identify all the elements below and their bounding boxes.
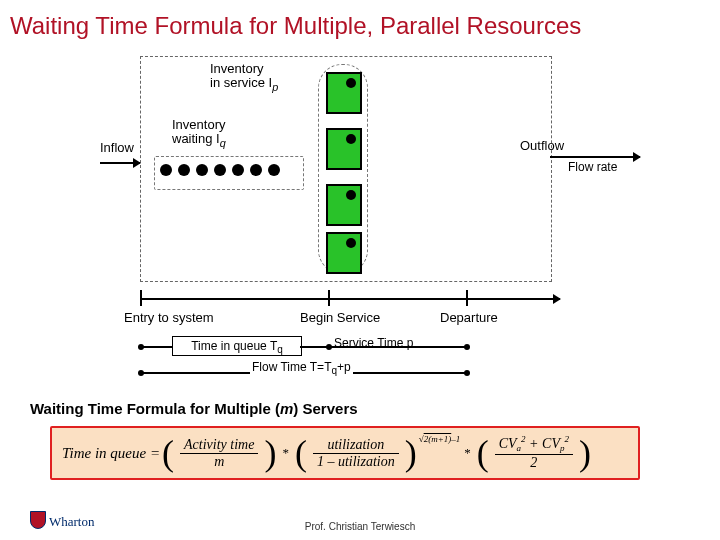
service-time-label: Service Time p xyxy=(334,336,413,350)
star-1: * xyxy=(282,445,289,461)
axis-label-begin: Begin Service xyxy=(300,310,380,325)
paren-open-1: ( xyxy=(162,435,174,471)
outflow-arrow xyxy=(550,156,640,158)
inflow-arrow xyxy=(100,162,140,164)
bar-end-dot xyxy=(138,370,144,376)
tq-bar-left xyxy=(140,346,172,348)
tick-begin xyxy=(328,290,330,306)
bar-end-dot xyxy=(138,344,144,350)
tick-entry xyxy=(140,290,142,306)
utilization-exponent: √2(m+1)–1 xyxy=(419,434,461,444)
outflow-label: Outflow xyxy=(520,138,564,153)
formula-box: Time in queue = ( Activity timem ) * ( u… xyxy=(50,426,640,480)
flow-time-label: Flow Time T=Tq+p xyxy=(250,360,353,376)
bar-end-dot xyxy=(326,344,332,350)
frac-activity-over-m: Activity timem xyxy=(180,437,258,469)
server-2 xyxy=(326,128,362,170)
time-in-queue-box: Time in queue Tq xyxy=(172,336,302,356)
tick-depart xyxy=(466,290,468,306)
inventory-waiting-label: Inventory waiting Iq xyxy=(172,118,226,150)
slide-title: Waiting Time Formula for Multiple, Paral… xyxy=(10,12,581,40)
formula-header: Waiting Time Formula for Multiple (m) Se… xyxy=(30,400,358,417)
tq-bar-right xyxy=(300,346,328,348)
paren-open-2: ( xyxy=(295,435,307,471)
queue-dots xyxy=(160,164,280,176)
bar-end-dot xyxy=(464,344,470,350)
inflow-label: Inflow xyxy=(100,140,134,155)
inventory-in-service-label: Inventory in service Ip xyxy=(210,62,278,94)
axis-label-departure: Departure xyxy=(440,310,498,325)
star-2: * xyxy=(464,445,471,461)
server-3 xyxy=(326,184,362,226)
paren-open-3: ( xyxy=(477,435,489,471)
bar-end-dot xyxy=(464,370,470,376)
paren-close-3: ) xyxy=(579,435,591,471)
frac-utilization: utilization1 – utilization xyxy=(313,437,399,469)
formula-lead: Time in queue = xyxy=(62,445,160,462)
footer-credit: Prof. Christian Terwiesch xyxy=(0,521,720,532)
axis-label-entry: Entry to system xyxy=(124,310,214,325)
server-4 xyxy=(326,232,362,274)
paren-close-2: ) xyxy=(405,435,417,471)
paren-close-1: ) xyxy=(264,435,276,471)
time-axis xyxy=(140,298,560,300)
flow-rate-label: Flow rate xyxy=(568,160,617,174)
frac-cv: CVa2 + CVp2 2 xyxy=(495,435,573,471)
server-1 xyxy=(326,72,362,114)
